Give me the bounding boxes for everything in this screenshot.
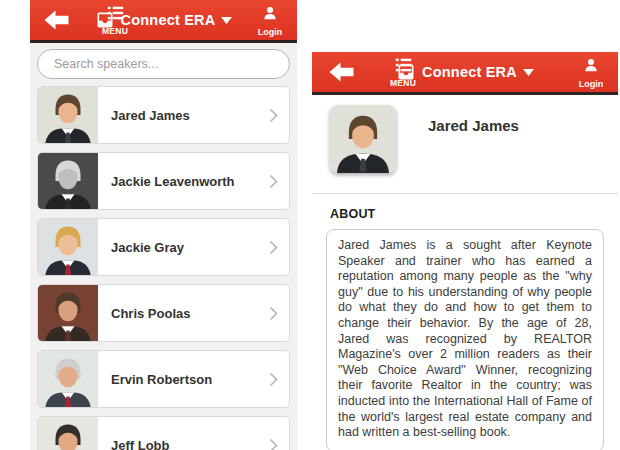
speaker-name: Jared James	[111, 108, 269, 123]
login-label: Login	[258, 27, 283, 37]
speaker-row-jeff-lobb[interactable]: Jeff Lobb	[37, 416, 290, 450]
speaker-row-jackie-gray[interactable]: Jackie Gray	[37, 218, 290, 276]
speaker-photo	[38, 219, 98, 275]
speaker-photo	[38, 87, 98, 143]
screenshot-canvas: MENU Connect ERA Login	[0, 0, 620, 450]
search-input[interactable]	[37, 49, 290, 79]
speaker-avatar	[38, 153, 98, 209]
speaker-row-ervin-robertson[interactable]: Ervin Robertson	[37, 350, 290, 408]
speaker-list-screen: MENU Connect ERA Login	[30, 0, 297, 450]
inbox-icon	[396, 62, 416, 82]
login-button[interactable]: Login	[250, 5, 290, 39]
speaker-photo	[38, 285, 98, 341]
speaker-name: Jeff Lobb	[111, 438, 269, 450]
speaker-avatar	[38, 417, 98, 450]
speaker-profile-header: Jared James	[312, 95, 618, 183]
speaker-profile-photo	[330, 105, 396, 173]
chevron-right-icon	[269, 372, 278, 387]
about-text: Jared James is a sought after Keynote Sp…	[338, 238, 592, 441]
appbar: MENU Connect ERA Login	[30, 0, 297, 43]
chevron-right-icon	[269, 108, 278, 123]
caret-down-icon	[221, 17, 232, 24]
speaker-name: Jackie Gray	[111, 240, 269, 255]
inbox-icon	[95, 10, 115, 30]
speaker-photo	[330, 105, 396, 173]
person-icon	[262, 5, 278, 21]
caret-down-icon	[523, 69, 534, 76]
speaker-detail-screen: MENU Connect ERA Login	[312, 52, 618, 450]
chevron-right-icon	[269, 306, 278, 321]
speaker-photo	[38, 351, 98, 407]
app-title: Connect ERA	[422, 64, 517, 80]
speaker-avatar	[38, 285, 98, 341]
speaker-list: Jared James Jackie Leavenworth	[30, 79, 297, 450]
about-section-label: ABOUT	[330, 207, 618, 221]
speaker-name: Chris Poolas	[111, 306, 269, 321]
speaker-avatar	[38, 87, 98, 143]
speaker-avatar	[38, 219, 98, 275]
chevron-right-icon	[269, 240, 278, 255]
appbar: MENU Connect ERA Login	[312, 52, 618, 95]
app-title: Connect ERA	[121, 12, 216, 28]
speaker-photo	[38, 153, 98, 209]
chevron-right-icon	[269, 438, 278, 450]
about-card: Jared James is a sought after Keynote Sp…	[326, 229, 604, 450]
speaker-row-jackie-leavenworth[interactable]: Jackie Leavenworth	[37, 152, 290, 210]
person-icon	[583, 57, 599, 73]
speaker-profile-name: Jared James	[428, 117, 519, 134]
section-divider	[312, 193, 618, 194]
login-button[interactable]: Login	[571, 57, 611, 91]
speaker-avatar	[38, 351, 98, 407]
speaker-row-chris-poolas[interactable]: Chris Poolas	[37, 284, 290, 342]
speaker-row-jared-james[interactable]: Jared James	[37, 86, 290, 144]
speaker-name: Ervin Robertson	[111, 372, 269, 387]
speaker-photo	[38, 417, 98, 450]
chevron-right-icon	[269, 174, 278, 189]
speaker-name: Jackie Leavenworth	[111, 174, 269, 189]
login-label: Login	[579, 79, 604, 89]
